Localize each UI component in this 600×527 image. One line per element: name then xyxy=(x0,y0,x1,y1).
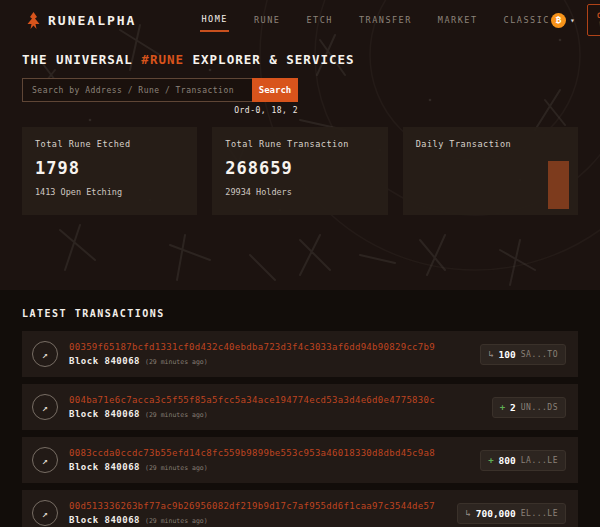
transaction-hash-link[interactable]: 0083ccda0ccdc73b55efd14c8fc559b9899be553… xyxy=(69,448,435,458)
transaction-info: 00359f65187bcfd1331cf0d432c40ebdba723d3f… xyxy=(69,342,435,366)
stat-card-total-rune-etched: Total Rune Etched 1798 1413 Open Etching xyxy=(22,127,197,215)
timestamp: (29 minutes ago) xyxy=(145,358,208,366)
hero-section: RUNEALPHA HOME RUNE ETCH TRANSFER MARKET… xyxy=(0,0,600,290)
stat-title: Total Rune Etched xyxy=(35,139,184,149)
runealpha-logo-icon xyxy=(26,12,41,29)
transaction-hash-link[interactable]: 00359f65187bcfd1331cf0d432c40ebdba723d3f… xyxy=(69,342,435,352)
stat-subtext: 29934 Holders xyxy=(225,187,374,197)
page-title: THE UNIVERSAL #RUNE EXPLORER & SERVICES xyxy=(22,52,578,67)
search-button[interactable]: Search xyxy=(252,78,298,102)
network-selector[interactable]: ₿ ▾ xyxy=(551,13,575,28)
badge-ticker: UN...DS xyxy=(521,403,558,412)
main-nav: HOME RUNE ETCH TRANSFER MARKET CLASSIC xyxy=(200,8,550,32)
title-highlight: #RUNE xyxy=(141,52,184,67)
nav-item-etch[interactable]: ETCH xyxy=(305,9,333,31)
block-label[interactable]: Block 840068 xyxy=(69,462,140,472)
block-label[interactable]: Block 840068 xyxy=(69,356,140,366)
amount-badge[interactable]: ↳ 700,000 EL...LE xyxy=(457,503,566,524)
ord-version-text: Ord-0, 18, 2 xyxy=(22,106,298,115)
page: RUNEALPHA HOME RUNE ETCH TRANSFER MARKET… xyxy=(0,0,600,527)
timestamp: (29 minutes ago) xyxy=(145,464,208,472)
transaction-hash-link[interactable]: 00d513336263bf77ac9b26956082df219b9d17c7… xyxy=(69,501,435,511)
transaction-info: 0083ccda0ccdc73b55efd14c8fc559b9899be553… xyxy=(69,448,435,472)
stat-card-total-rune-transaction: Total Rune Transaction 268659 29934 Hold… xyxy=(212,127,387,215)
search-bar: Search xyxy=(22,78,298,102)
chevron-down-icon: ▾ xyxy=(570,16,575,25)
section-title: LATEST TRANSACTIONS xyxy=(22,308,578,319)
nav-item-transfer[interactable]: TRANSFER xyxy=(358,9,413,31)
title-suffix: EXPLORER & SERVICES xyxy=(184,52,355,67)
mint-plus-icon: + xyxy=(500,402,505,412)
transaction-row[interactable]: ↗ 00d513336263bf77ac9b26956082df219b9d17… xyxy=(22,490,578,527)
badge-amount: 2 xyxy=(510,402,516,413)
stat-subtext: 1413 Open Etching xyxy=(35,187,184,197)
stat-value: 268659 xyxy=(225,158,374,178)
amount-badge[interactable]: + 2 UN...DS xyxy=(492,397,566,418)
amount-badge[interactable]: ↳ 100 SA...TO xyxy=(480,344,566,365)
transaction-direction-icon[interactable]: ↗ xyxy=(32,447,58,473)
transaction-list: ↗ 00359f65187bcfd1331cf0d432c40ebdba723d… xyxy=(22,331,578,527)
bitcoin-icon: ₿ xyxy=(551,13,566,28)
runealpha-logo[interactable]: RUNEALPHA xyxy=(26,12,136,29)
transaction-row[interactable]: ↗ 0083ccda0ccdc73b55efd14c8fc559b9899be5… xyxy=(22,437,578,483)
block-label[interactable]: Block 840068 xyxy=(69,409,140,419)
transfer-arrow-icon: ↳ xyxy=(488,349,493,359)
transaction-meta: Block 840068 (29 minutes ago) xyxy=(69,462,435,472)
transaction-direction-icon[interactable]: ↗ xyxy=(32,500,58,526)
nav-item-rune[interactable]: RUNE xyxy=(253,9,281,31)
stat-value: 1798 xyxy=(35,158,184,178)
transaction-meta: Block 840068 (29 minutes ago) xyxy=(69,356,435,366)
logo-text: RUNEALPHA xyxy=(48,13,136,28)
transaction-info: 00d513336263bf77ac9b26956082df219b9d17c7… xyxy=(69,501,435,525)
transaction-row[interactable]: ↗ 004ba71e6c7acca3c5f55f85a5fcc5a34ace19… xyxy=(22,384,578,430)
badge-amount: 700,000 xyxy=(476,508,516,519)
search-input[interactable] xyxy=(22,78,252,102)
block-label[interactable]: Block 840068 xyxy=(69,515,140,525)
nav-item-market[interactable]: MARKET xyxy=(437,9,479,31)
stat-title: Daily Transaction xyxy=(416,139,565,149)
title-prefix: THE UNIVERSAL xyxy=(22,52,141,67)
stat-card-daily-transaction: Daily Transaction xyxy=(403,127,578,215)
transaction-direction-icon[interactable]: ↗ xyxy=(32,341,58,367)
stat-title: Total Rune Transaction xyxy=(225,139,374,149)
badge-amount: 800 xyxy=(499,455,516,466)
connect-wallet-button[interactable]: CONNECT WALLET xyxy=(587,4,600,36)
transaction-direction-icon[interactable]: ↗ xyxy=(32,394,58,420)
transaction-meta: Block 840068 (29 minutes ago) xyxy=(69,409,435,419)
amount-badge[interactable]: + 800 LA...LE xyxy=(480,450,566,471)
badge-ticker: SA...TO xyxy=(521,350,558,359)
transaction-info: 004ba71e6c7acca3c5f55f85a5fcc5a34ace1947… xyxy=(69,395,435,419)
timestamp: (29 minutes ago) xyxy=(145,411,208,419)
latest-transactions-section: LATEST TRANSACTIONS ↗ 00359f65187bcfd133… xyxy=(0,290,600,527)
daily-transaction-bar-chart xyxy=(548,159,569,209)
top-navigation-bar: RUNEALPHA HOME RUNE ETCH TRANSFER MARKET… xyxy=(0,0,600,40)
transaction-row[interactable]: ↗ 00359f65187bcfd1331cf0d432c40ebdba723d… xyxy=(22,331,578,377)
badge-ticker: LA...LE xyxy=(521,456,558,465)
transfer-arrow-icon: ↳ xyxy=(465,508,470,518)
badge-amount: 100 xyxy=(499,349,516,360)
mint-plus-icon: + xyxy=(488,455,493,465)
nav-item-home[interactable]: HOME xyxy=(200,8,228,32)
transaction-meta: Block 840068 (29 minutes ago) xyxy=(69,515,435,525)
hero-content: THE UNIVERSAL #RUNE EXPLORER & SERVICES … xyxy=(0,40,600,115)
chart-bar xyxy=(548,161,569,209)
transaction-hash-link[interactable]: 004ba71e6c7acca3c5f55f85a5fcc5a34ace1947… xyxy=(69,395,435,405)
stats-cards: Total Rune Etched 1798 1413 Open Etching… xyxy=(0,127,600,215)
timestamp: (29 minutes ago) xyxy=(145,517,208,525)
badge-ticker: EL...LE xyxy=(521,509,558,518)
header-right: ₿ ▾ CONNECT WALLET xyxy=(551,4,600,36)
nav-item-classic[interactable]: CLASSIC xyxy=(503,9,551,31)
